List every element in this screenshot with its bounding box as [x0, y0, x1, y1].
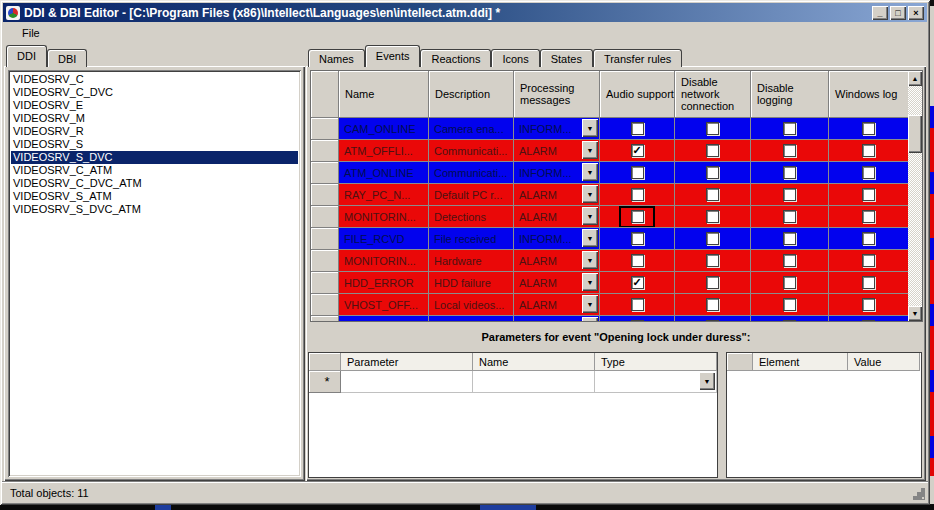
logging-checkbox-cell[interactable]: [751, 272, 829, 294]
list-item[interactable]: VIDEOSRV_S_DVC_ATM: [11, 203, 298, 216]
audio-checkbox-cell[interactable]: [600, 184, 675, 206]
audio-checkbox-cell[interactable]: [600, 228, 675, 250]
list-item[interactable]: VIDEOSRV_S_DVC: [11, 151, 298, 164]
event-description-cell[interactable]: Hardware: [429, 250, 514, 272]
winlog-checkbox[interactable]: [862, 210, 875, 223]
tab-states[interactable]: States: [540, 49, 593, 67]
processing-messages-cell[interactable]: INFORM...▼: [514, 316, 600, 321]
row-header[interactable]: [311, 206, 339, 228]
event-name-cell[interactable]: ATM_ONLINE: [339, 162, 429, 184]
event-name-cell[interactable]: VHOST_OFF...: [339, 294, 429, 316]
row-header[interactable]: [311, 118, 339, 140]
tab-names[interactable]: Names: [308, 49, 365, 67]
processing-messages-cell[interactable]: ALARM▼: [514, 184, 600, 206]
dropdown-icon[interactable]: ▼: [582, 185, 598, 203]
winlog-checkbox-cell[interactable]: [829, 250, 908, 272]
row-header[interactable]: [311, 272, 339, 294]
processing-messages-cell[interactable]: ALARM▼: [514, 250, 600, 272]
dropdown-icon[interactable]: ▼: [582, 163, 598, 181]
winlog-checkbox-cell[interactable]: [829, 206, 908, 228]
network-checkbox-cell[interactable]: [675, 250, 751, 272]
audio-checkbox[interactable]: [631, 188, 644, 201]
logging-checkbox[interactable]: [783, 144, 796, 157]
audio-checkbox[interactable]: [631, 210, 644, 223]
processing-messages-cell[interactable]: INFORM...▼: [514, 228, 600, 250]
network-checkbox[interactable]: [706, 144, 719, 157]
audio-checkbox-cell[interactable]: [600, 250, 675, 272]
row-header[interactable]: [311, 316, 339, 321]
network-checkbox-cell[interactable]: [675, 294, 751, 316]
audio-checkbox-cell[interactable]: [600, 206, 675, 228]
audio-checkbox-cell[interactable]: ✓: [600, 140, 675, 162]
column-header[interactable]: Disable logging: [751, 71, 829, 118]
tab-events[interactable]: Events: [365, 45, 421, 67]
tab-dbi[interactable]: DBI: [47, 49, 87, 67]
event-description-cell[interactable]: HDD failure: [429, 272, 514, 294]
tab-ddi[interactable]: DDI: [6, 45, 47, 67]
vertical-scrollbar[interactable]: ▲ ▼: [908, 71, 922, 321]
processing-messages-cell[interactable]: ALARM▼: [514, 272, 600, 294]
logging-checkbox-cell[interactable]: [751, 250, 829, 272]
network-checkbox-cell[interactable]: [675, 184, 751, 206]
event-description-cell[interactable]: Communicati...: [429, 140, 514, 162]
winlog-checkbox-cell[interactable]: [829, 162, 908, 184]
network-checkbox-cell[interactable]: [675, 316, 751, 321]
logging-checkbox[interactable]: [783, 276, 796, 289]
event-description-cell[interactable]: File received: [429, 228, 514, 250]
network-checkbox-cell[interactable]: [675, 272, 751, 294]
winlog-checkbox[interactable]: [862, 188, 875, 201]
list-item[interactable]: VIDEOSRV_C: [11, 73, 298, 86]
logging-checkbox-cell[interactable]: [751, 184, 829, 206]
network-checkbox[interactable]: [706, 122, 719, 135]
winlog-checkbox[interactable]: [862, 254, 875, 267]
list-item[interactable]: VIDEOSRV_M: [11, 112, 298, 125]
tab-icons[interactable]: Icons: [491, 49, 539, 67]
network-checkbox[interactable]: [706, 254, 719, 267]
tab-transfer-rules[interactable]: Transfer rules: [593, 49, 682, 67]
network-checkbox[interactable]: [706, 276, 719, 289]
param-input-cell[interactable]: [341, 371, 473, 393]
list-item[interactable]: VIDEOSRV_C_ATM: [11, 164, 298, 177]
winlog-checkbox[interactable]: [862, 298, 875, 311]
dropdown-icon[interactable]: ▼: [582, 207, 598, 225]
menu-file[interactable]: File: [17, 26, 45, 40]
audio-checkbox[interactable]: [631, 254, 644, 267]
element-column-header[interactable]: Value: [848, 353, 920, 371]
event-description-cell[interactable]: Default PC r...: [429, 184, 514, 206]
dropdown-icon[interactable]: ▼: [582, 229, 598, 247]
type-dropdown-icon[interactable]: ▼: [699, 372, 715, 390]
processing-messages-cell[interactable]: ALARM▼: [514, 140, 600, 162]
logging-checkbox[interactable]: [783, 122, 796, 135]
dropdown-icon[interactable]: ▼: [582, 141, 598, 159]
audio-checkbox-cell[interactable]: [600, 118, 675, 140]
audio-checkbox-cell[interactable]: [600, 316, 675, 321]
param-input-cell[interactable]: [473, 371, 595, 393]
winlog-checkbox-cell[interactable]: [829, 140, 908, 162]
dropdown-icon[interactable]: ▼: [582, 251, 598, 269]
processing-messages-cell[interactable]: ALARM▼: [514, 206, 600, 228]
audio-checkbox-cell[interactable]: [600, 294, 675, 316]
resize-grip[interactable]: [922, 497, 924, 499]
event-name-cell[interactable]: MONITORIN...: [339, 206, 429, 228]
row-header[interactable]: [311, 162, 339, 184]
column-header[interactable]: Audio support: [600, 71, 675, 118]
event-name-cell[interactable]: HDD_ERROR: [339, 272, 429, 294]
logging-checkbox[interactable]: [783, 298, 796, 311]
list-item[interactable]: VIDEOSRV_E: [11, 99, 298, 112]
dropdown-icon[interactable]: ▼: [582, 295, 598, 313]
row-header[interactable]: [311, 228, 339, 250]
audio-checkbox[interactable]: ✓: [631, 276, 644, 289]
event-description-cell[interactable]: Local vid...: [429, 316, 514, 321]
network-checkbox-cell[interactable]: [675, 118, 751, 140]
logging-checkbox[interactable]: [783, 320, 796, 321]
network-checkbox[interactable]: [706, 188, 719, 201]
tab-reactions[interactable]: Reactions: [420, 49, 491, 67]
network-checkbox[interactable]: [706, 298, 719, 311]
event-name-cell[interactable]: ATM_OFFLI...: [339, 140, 429, 162]
row-header[interactable]: [311, 294, 339, 316]
audio-checkbox-cell[interactable]: ✓: [600, 272, 675, 294]
logging-checkbox[interactable]: [783, 210, 796, 223]
winlog-checkbox-cell[interactable]: [829, 184, 908, 206]
element-column-header[interactable]: Element: [753, 353, 848, 371]
logging-checkbox-cell[interactable]: [751, 228, 829, 250]
